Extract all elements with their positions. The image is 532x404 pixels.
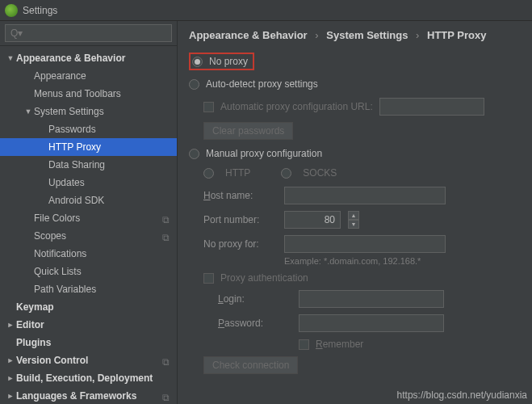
tree-item-label: Updates bbox=[48, 177, 170, 188]
tree-item[interactable]: ▼System Settings bbox=[0, 103, 177, 120]
tree-item[interactable]: Path Variables bbox=[0, 280, 177, 298]
tree-item-label: Android SDK bbox=[48, 195, 170, 206]
tree-item[interactable]: HTTP Proxy bbox=[0, 138, 177, 156]
tree-item[interactable]: Quick Lists bbox=[0, 263, 177, 280]
tree-item[interactable]: Updates bbox=[0, 174, 177, 191]
tree-item-label: Path Variables bbox=[34, 284, 170, 295]
tree-item[interactable]: File Colors⧉ bbox=[0, 209, 177, 227]
http-label: HTTP bbox=[225, 167, 250, 179]
chevron-right-icon: ► bbox=[5, 374, 16, 382]
settings-tree: ▼Appearance & BehaviorAppearanceMenus an… bbox=[0, 46, 177, 404]
tree-item-label: Menus and Toolbars bbox=[34, 88, 170, 99]
tree-item-label: HTTP Proxy bbox=[48, 141, 170, 153]
chevron-right-icon: ► bbox=[5, 356, 16, 364]
breadcrumb: Appearance & Behavior › System Settings … bbox=[189, 29, 521, 41]
project-level-icon: ⧉ bbox=[162, 214, 170, 222]
watermark: https://blog.csdn.net/yudianxia bbox=[397, 389, 527, 401]
project-level-icon: ⧉ bbox=[162, 392, 170, 400]
login-input[interactable] bbox=[299, 290, 444, 308]
hostname-input[interactable] bbox=[284, 187, 446, 204]
tree-item-label: Keymap bbox=[16, 301, 170, 313]
auto-url-checkbox[interactable] bbox=[203, 102, 214, 112]
remember-label: Remember bbox=[316, 339, 363, 350]
tree-item-label: File Colors bbox=[34, 213, 162, 224]
tree-item[interactable]: Notifications bbox=[0, 245, 177, 263]
clear-passwords-button[interactable]: Clear passwords bbox=[203, 122, 293, 140]
http-radio[interactable] bbox=[203, 168, 214, 179]
tree-item-label: Data Sharing bbox=[48, 159, 170, 170]
tree-item[interactable]: ►Editor bbox=[0, 316, 177, 334]
port-label: Port number: bbox=[203, 214, 276, 225]
breadcrumb-seg: HTTP Proxy bbox=[427, 29, 486, 41]
auto-url-label: Automatic proxy configuration URL: bbox=[220, 101, 373, 112]
auto-detect-label: Auto-detect proxy settings bbox=[206, 78, 318, 90]
proxy-auth-label: Proxy authentication bbox=[220, 272, 308, 284]
breadcrumb-seg: System Settings bbox=[326, 29, 408, 41]
chevron-down-icon: ▼ bbox=[5, 54, 16, 62]
tree-item[interactable]: Data Sharing bbox=[0, 156, 177, 174]
tree-item-label: Appearance & Behavior bbox=[16, 53, 170, 64]
password-label: Password: bbox=[218, 318, 291, 329]
chevron-right-icon: › bbox=[315, 29, 318, 41]
sidebar: ▼Appearance & BehaviorAppearanceMenus an… bbox=[0, 21, 178, 404]
proxy-auth-checkbox[interactable] bbox=[203, 273, 214, 284]
app-logo-icon bbox=[5, 4, 18, 17]
project-level-icon: ⧉ bbox=[162, 232, 170, 240]
tree-item-label: Appearance bbox=[34, 70, 170, 82]
tree-item[interactable]: Menus and Toolbars bbox=[0, 85, 177, 103]
remember-checkbox[interactable] bbox=[299, 339, 309, 350]
content-pane: Appearance & Behavior › System Settings … bbox=[178, 21, 532, 404]
project-level-icon: ⧉ bbox=[162, 356, 170, 364]
tree-item[interactable]: ►Languages & Frameworks⧉ bbox=[0, 387, 177, 404]
tree-item[interactable]: ►Build, Execution, Deployment bbox=[0, 369, 177, 387]
port-spinner[interactable]: ▲▼ bbox=[348, 211, 359, 229]
no-proxy-label: No proxy bbox=[209, 56, 248, 67]
search-input[interactable] bbox=[5, 24, 172, 42]
titlebar: Settings bbox=[0, 0, 532, 21]
breadcrumb-seg: Appearance & Behavior bbox=[189, 29, 308, 41]
password-input[interactable] bbox=[299, 314, 444, 332]
tree-item-label: Editor bbox=[16, 319, 170, 330]
socks-label: SOCKS bbox=[303, 167, 337, 179]
tree-item[interactable]: Appearance bbox=[0, 67, 177, 85]
tree-item-label: Build, Execution, Deployment bbox=[16, 372, 170, 384]
auto-detect-radio[interactable] bbox=[189, 79, 199, 90]
tree-item-label: Scopes bbox=[34, 230, 162, 242]
tree-item[interactable]: ▼Appearance & Behavior bbox=[0, 49, 177, 67]
noproxyfor-label: No proxy for: bbox=[203, 238, 276, 250]
tree-item-label: Plugins bbox=[16, 337, 170, 348]
tree-item-label: Passwords bbox=[48, 124, 170, 135]
no-proxy-radio[interactable] bbox=[192, 57, 203, 67]
chevron-right-icon: ► bbox=[5, 392, 16, 400]
tree-item[interactable]: Scopes⧉ bbox=[0, 227, 177, 245]
tree-item[interactable]: ►Version Control⧉ bbox=[0, 351, 177, 369]
tree-item-label: System Settings bbox=[34, 106, 170, 117]
chevron-right-icon: › bbox=[416, 29, 419, 41]
chevron-down-icon: ▼ bbox=[23, 107, 34, 116]
manual-proxy-radio[interactable] bbox=[189, 149, 199, 159]
tree-item-label: Languages & Frameworks bbox=[16, 390, 162, 402]
highlight-box: No proxy bbox=[189, 53, 254, 70]
tree-item-label: Version Control bbox=[16, 355, 162, 366]
login-label: Login: bbox=[218, 293, 291, 305]
window-title: Settings bbox=[23, 5, 57, 16]
socks-radio[interactable] bbox=[281, 168, 291, 179]
hostname-label: Host name: bbox=[203, 190, 276, 201]
tree-item[interactable]: Android SDK bbox=[0, 191, 177, 209]
auto-url-input[interactable] bbox=[379, 98, 484, 116]
manual-proxy-label: Manual proxy configuration bbox=[206, 148, 322, 159]
noproxyfor-example: Example: *.domain.com, 192.168.* bbox=[284, 256, 521, 266]
tree-item[interactable]: Keymap bbox=[0, 298, 177, 316]
tree-item[interactable]: Passwords bbox=[0, 120, 177, 138]
port-input[interactable] bbox=[284, 211, 341, 229]
noproxyfor-input[interactable] bbox=[284, 235, 446, 253]
check-connection-button[interactable]: Check connection bbox=[203, 356, 298, 374]
tree-item-label: Notifications bbox=[34, 248, 170, 259]
chevron-right-icon: ► bbox=[5, 321, 16, 329]
tree-item-label: Quick Lists bbox=[34, 266, 170, 277]
tree-item[interactable]: Plugins bbox=[0, 334, 177, 351]
